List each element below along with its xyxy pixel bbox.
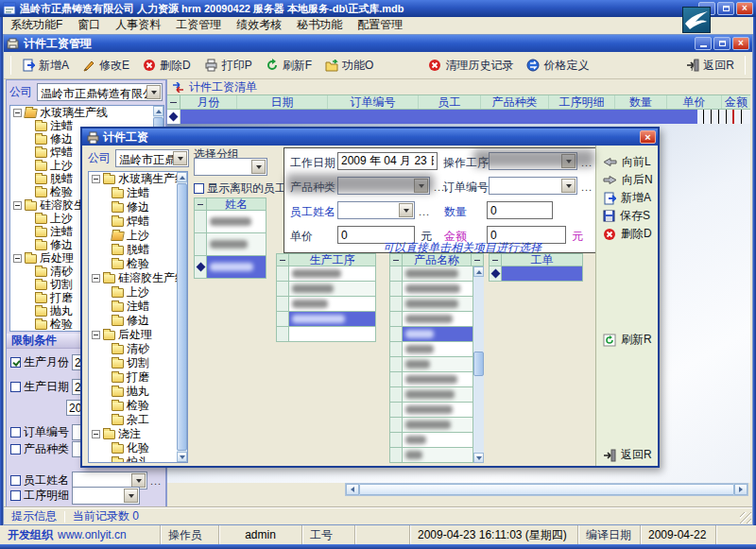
- tree-item[interactable]: 上沙: [89, 229, 187, 243]
- scrollbar-thumb[interactable]: [177, 183, 187, 451]
- back-button[interactable]: 返回R: [680, 56, 740, 76]
- dialog-refresh-button[interactable]: 刷新R: [596, 331, 658, 349]
- column-header[interactable]: 数量: [615, 95, 667, 109]
- clear-history-button[interactable]: 清理历史记录: [422, 56, 519, 76]
- refresh-button[interactable]: 刷新F: [260, 56, 318, 76]
- employee-more-button[interactable]: ...: [419, 206, 430, 217]
- menu-wage[interactable]: 工资管理: [176, 17, 221, 33]
- chevron-down-icon[interactable]: [251, 160, 266, 174]
- tree-item[interactable]: 后处理: [89, 328, 187, 342]
- group-select[interactable]: [194, 158, 267, 176]
- collapse-icon[interactable]: [13, 254, 22, 263]
- scroll-down-icon[interactable]: [473, 453, 484, 463]
- scroll-up-icon[interactable]: [177, 172, 187, 182]
- tree-item[interactable]: 注蜡: [89, 300, 187, 314]
- column-header[interactable]: 工序明细: [549, 95, 615, 109]
- menu-secretary[interactable]: 秘书功能: [297, 17, 342, 33]
- column-header[interactable]: 金额: [722, 95, 750, 109]
- table-row[interactable]: [389, 372, 473, 387]
- table-row[interactable]: [389, 312, 473, 327]
- collapse-all-button[interactable]: [490, 254, 502, 266]
- menu-window[interactable]: 窗口: [77, 17, 100, 33]
- company-select[interactable]: 温岭市正鼎铸造有限公: [37, 83, 163, 101]
- collapse-all-button[interactable]: [390, 254, 403, 266]
- table-row[interactable]: [389, 297, 473, 312]
- collapse-icon[interactable]: [92, 331, 100, 339]
- chevron-down-icon[interactable]: [561, 179, 576, 193]
- table-row[interactable]: [276, 282, 376, 297]
- resize-grip[interactable]: [740, 512, 751, 523]
- tree-item[interactable]: 脱蜡: [89, 243, 187, 257]
- tree-item[interactable]: 杂工: [89, 413, 187, 427]
- collapse-all-button[interactable]: [195, 198, 207, 210]
- tree-item[interactable]: 焊蜡: [89, 214, 187, 229]
- table-row[interactable]: [389, 418, 473, 433]
- dialog-add-button[interactable]: 新增A: [596, 189, 658, 207]
- tree-item[interactable]: 上沙: [89, 285, 187, 300]
- tree-item[interactable]: 硅溶胶生产线: [89, 271, 187, 285]
- table-row[interactable]: [389, 387, 473, 403]
- table-row[interactable]: [194, 211, 266, 233]
- add-button[interactable]: 新增A: [16, 56, 75, 76]
- tree-item[interactable]: 检验: [89, 257, 187, 271]
- dialog-delete-button[interactable]: 删除D: [596, 225, 658, 243]
- dialog-company-select[interactable]: 温岭市正鼎铸: [115, 149, 189, 167]
- process-checkbox[interactable]: [10, 490, 21, 501]
- product-checkbox[interactable]: [10, 444, 21, 455]
- collapse-icon[interactable]: [13, 201, 22, 210]
- scroll-up-icon[interactable]: [153, 106, 163, 116]
- tree-item[interactable]: 修边: [89, 200, 187, 214]
- collapse-all-button[interactable]: [167, 95, 180, 109]
- mdi-minimize-icon[interactable]: [695, 37, 712, 50]
- employee-more-button[interactable]: ...: [150, 475, 162, 487]
- prev-button[interactable]: 向前L: [596, 153, 658, 171]
- print-button[interactable]: 打印P: [198, 56, 258, 76]
- price-define-button[interactable]: 价格定义: [521, 56, 594, 76]
- order-more-button[interactable]: ...: [581, 181, 593, 193]
- tree-item[interactable]: 水玻璃生产线: [89, 172, 187, 186]
- menu-performance[interactable]: 绩效考核: [236, 17, 282, 33]
- table-row[interactable]: [389, 266, 473, 282]
- dev-org-url[interactable]: www.onlyit.cn: [58, 528, 127, 541]
- table-row[interactable]: [389, 357, 473, 372]
- selected-table-row[interactable]: [489, 266, 583, 282]
- order-number-select[interactable]: [489, 177, 577, 195]
- table-row[interactable]: [276, 266, 376, 282]
- employee-checkbox[interactable]: [10, 475, 21, 486]
- date-checkbox[interactable]: [10, 382, 21, 392]
- table-row[interactable]: [194, 233, 266, 256]
- column-header[interactable]: 员工: [419, 95, 481, 109]
- dialog-tree-scrollbar[interactable]: [177, 172, 187, 462]
- tree-item[interactable]: 炉头: [89, 455, 187, 463]
- selected-table-row[interactable]: [194, 256, 266, 279]
- order-checkbox[interactable]: [10, 427, 21, 437]
- table-row[interactable]: [389, 448, 473, 463]
- table-row[interactable]: [389, 433, 473, 448]
- menu-system[interactable]: 系统功能F: [10, 17, 62, 33]
- quantity-input[interactable]: [487, 201, 553, 219]
- scroll-right-icon[interactable]: [734, 484, 747, 495]
- function-button[interactable]: 功能O: [319, 56, 379, 76]
- tree-item[interactable]: 化验: [89, 441, 187, 455]
- table-row[interactable]: [389, 282, 473, 297]
- tree-item[interactable]: 打磨: [89, 370, 187, 385]
- table-row[interactable]: [276, 297, 376, 312]
- work-date-input[interactable]: [337, 152, 438, 170]
- tree-item[interactable]: 注蜡: [89, 186, 187, 200]
- restore-icon[interactable]: [717, 2, 734, 15]
- close-icon[interactable]: ×: [736, 2, 753, 15]
- scroll-down-icon[interactable]: [177, 452, 187, 462]
- table-row[interactable]: [389, 342, 473, 357]
- tree-item[interactable]: 检验: [89, 399, 187, 413]
- tree-item[interactable]: 水玻璃生产线: [10, 106, 163, 119]
- column-header[interactable]: 日期: [237, 95, 328, 109]
- save-button[interactable]: 保存S: [596, 207, 658, 225]
- column-header[interactable]: 月份: [180, 95, 237, 109]
- edit-button[interactable]: 修改E: [77, 56, 135, 76]
- process-select[interactable]: [72, 487, 140, 505]
- menu-hr[interactable]: 人事资料: [115, 17, 161, 33]
- horizontal-scrollbar[interactable]: [345, 483, 748, 496]
- product-grid-scrollbar[interactable]: [473, 266, 484, 463]
- collapse-all-button[interactable]: [277, 254, 289, 266]
- selected-table-row[interactable]: [276, 312, 376, 327]
